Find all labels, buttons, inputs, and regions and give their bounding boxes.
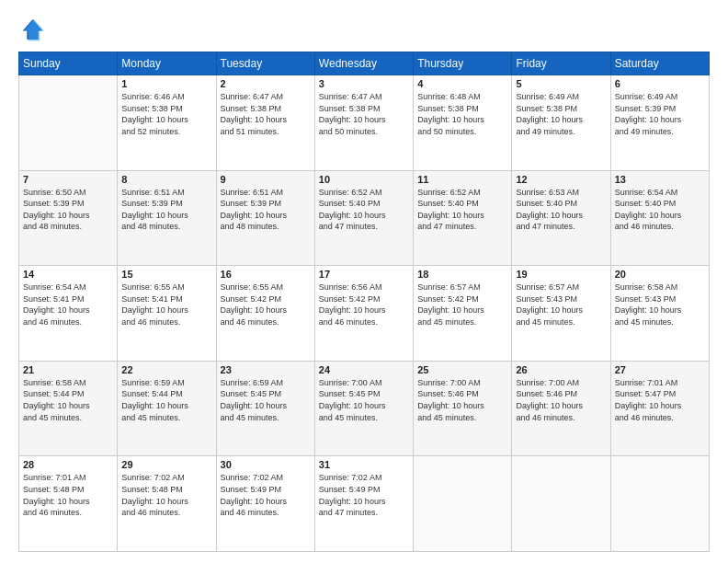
day-info: Sunrise: 7:00 AM Sunset: 5:45 PM Dayligh… (319, 377, 409, 423)
day-info: Sunrise: 7:00 AM Sunset: 5:46 PM Dayligh… (417, 377, 507, 423)
day-info: Sunrise: 6:53 AM Sunset: 5:40 PM Dayligh… (516, 187, 606, 233)
day-number: 6 (615, 78, 705, 89)
calendar-cell: 17Sunrise: 6:56 AM Sunset: 5:42 PM Dayli… (314, 266, 413, 362)
day-info: Sunrise: 7:02 AM Sunset: 5:49 PM Dayligh… (319, 472, 409, 518)
logo-icon (18, 17, 44, 42)
day-info: Sunrise: 7:00 AM Sunset: 5:46 PM Dayligh… (516, 377, 606, 423)
day-number: 11 (417, 174, 507, 185)
day-info: Sunrise: 6:57 AM Sunset: 5:42 PM Dayligh… (417, 282, 507, 327)
calendar-week-row: 7Sunrise: 6:50 AM Sunset: 5:39 PM Daylig… (19, 170, 710, 266)
day-info: Sunrise: 6:55 AM Sunset: 5:42 PM Dayligh… (221, 282, 311, 327)
calendar-week-row: 14Sunrise: 6:54 AM Sunset: 5:41 PM Dayli… (19, 266, 710, 362)
calendar-week-row: 1Sunrise: 6:46 AM Sunset: 5:38 PM Daylig… (19, 75, 710, 171)
day-number: 28 (23, 459, 113, 470)
day-number: 31 (319, 459, 409, 470)
weekday-header-friday: Friday (512, 52, 610, 75)
day-number: 29 (121, 459, 211, 470)
calendar-cell (414, 456, 512, 552)
day-info: Sunrise: 6:50 AM Sunset: 5:39 PM Dayligh… (23, 187, 113, 233)
weekday-header-saturday: Saturday (610, 52, 709, 75)
day-number: 17 (319, 269, 409, 280)
calendar-cell (610, 456, 709, 552)
calendar-cell: 22Sunrise: 6:59 AM Sunset: 5:44 PM Dayli… (118, 361, 216, 456)
calendar-cell: 23Sunrise: 6:59 AM Sunset: 5:45 PM Dayli… (216, 361, 314, 456)
header (18, 17, 710, 42)
day-info: Sunrise: 6:52 AM Sunset: 5:40 PM Dayligh… (417, 187, 507, 233)
weekday-header-sunday: Sunday (19, 52, 118, 75)
calendar-week-row: 21Sunrise: 6:58 AM Sunset: 5:44 PM Dayli… (19, 361, 710, 456)
day-number: 14 (23, 269, 113, 280)
calendar-cell: 4Sunrise: 6:48 AM Sunset: 5:38 PM Daylig… (414, 75, 512, 171)
day-number: 19 (516, 269, 606, 280)
calendar-cell: 28Sunrise: 7:01 AM Sunset: 5:48 PM Dayli… (19, 456, 118, 552)
day-info: Sunrise: 6:54 AM Sunset: 5:41 PM Dayligh… (23, 282, 113, 327)
day-info: Sunrise: 6:55 AM Sunset: 5:41 PM Dayligh… (121, 282, 211, 327)
calendar-cell: 25Sunrise: 7:00 AM Sunset: 5:46 PM Dayli… (414, 361, 512, 456)
calendar-cell: 5Sunrise: 6:49 AM Sunset: 5:38 PM Daylig… (512, 75, 610, 171)
calendar-cell: 24Sunrise: 7:00 AM Sunset: 5:45 PM Dayli… (314, 361, 413, 456)
day-number: 2 (221, 78, 311, 89)
day-info: Sunrise: 6:46 AM Sunset: 5:38 PM Dayligh… (121, 91, 211, 137)
day-number: 9 (221, 174, 311, 185)
weekday-header-wednesday: Wednesday (314, 52, 413, 75)
day-info: Sunrise: 6:58 AM Sunset: 5:43 PM Dayligh… (615, 282, 705, 327)
calendar-cell: 20Sunrise: 6:58 AM Sunset: 5:43 PM Dayli… (610, 266, 709, 362)
day-number: 23 (221, 364, 311, 375)
calendar-cell: 1Sunrise: 6:46 AM Sunset: 5:38 PM Daylig… (118, 75, 216, 171)
calendar-cell: 19Sunrise: 6:57 AM Sunset: 5:43 PM Dayli… (512, 266, 610, 362)
weekday-header-thursday: Thursday (414, 52, 512, 75)
day-number: 22 (121, 364, 211, 375)
day-info: Sunrise: 6:59 AM Sunset: 5:45 PM Dayligh… (221, 377, 311, 423)
day-info: Sunrise: 7:02 AM Sunset: 5:49 PM Dayligh… (221, 472, 311, 518)
day-info: Sunrise: 6:47 AM Sunset: 5:38 PM Dayligh… (221, 91, 311, 137)
day-info: Sunrise: 6:52 AM Sunset: 5:40 PM Dayligh… (319, 187, 409, 233)
day-number: 13 (615, 174, 705, 185)
calendar-cell: 29Sunrise: 7:02 AM Sunset: 5:48 PM Dayli… (118, 456, 216, 552)
logo (18, 17, 48, 42)
calendar-cell: 13Sunrise: 6:54 AM Sunset: 5:40 PM Dayli… (610, 170, 709, 266)
day-info: Sunrise: 6:49 AM Sunset: 5:39 PM Dayligh… (615, 91, 705, 137)
day-number: 16 (221, 269, 311, 280)
day-number: 3 (319, 78, 409, 89)
day-number: 30 (221, 459, 311, 470)
day-number: 1 (121, 78, 211, 89)
calendar-cell: 18Sunrise: 6:57 AM Sunset: 5:42 PM Dayli… (414, 266, 512, 362)
day-number: 26 (516, 364, 606, 375)
day-info: Sunrise: 6:58 AM Sunset: 5:44 PM Dayligh… (23, 377, 113, 423)
day-number: 27 (615, 364, 705, 375)
weekday-header-tuesday: Tuesday (216, 52, 314, 75)
day-info: Sunrise: 7:02 AM Sunset: 5:48 PM Dayligh… (121, 472, 211, 518)
day-info: Sunrise: 6:54 AM Sunset: 5:40 PM Dayligh… (615, 187, 705, 233)
day-number: 10 (319, 174, 409, 185)
calendar-cell: 11Sunrise: 6:52 AM Sunset: 5:40 PM Dayli… (414, 170, 512, 266)
day-info: Sunrise: 6:49 AM Sunset: 5:38 PM Dayligh… (516, 91, 606, 137)
day-info: Sunrise: 6:48 AM Sunset: 5:38 PM Dayligh… (417, 91, 507, 137)
day-number: 25 (417, 364, 507, 375)
day-number: 5 (516, 78, 606, 89)
calendar-week-row: 28Sunrise: 7:01 AM Sunset: 5:48 PM Dayli… (19, 456, 710, 552)
calendar-cell: 2Sunrise: 6:47 AM Sunset: 5:38 PM Daylig… (216, 75, 314, 171)
calendar-cell: 21Sunrise: 6:58 AM Sunset: 5:44 PM Dayli… (19, 361, 118, 456)
day-number: 20 (615, 269, 705, 280)
calendar-cell (512, 456, 610, 552)
day-info: Sunrise: 7:01 AM Sunset: 5:48 PM Dayligh… (23, 472, 113, 518)
day-number: 21 (23, 364, 113, 375)
calendar-cell: 8Sunrise: 6:51 AM Sunset: 5:39 PM Daylig… (118, 170, 216, 266)
day-info: Sunrise: 7:01 AM Sunset: 5:47 PM Dayligh… (615, 377, 705, 423)
day-info: Sunrise: 6:51 AM Sunset: 5:39 PM Dayligh… (121, 187, 211, 233)
calendar-cell: 12Sunrise: 6:53 AM Sunset: 5:40 PM Dayli… (512, 170, 610, 266)
calendar-cell: 3Sunrise: 6:47 AM Sunset: 5:38 PM Daylig… (314, 75, 413, 171)
calendar-cell: 7Sunrise: 6:50 AM Sunset: 5:39 PM Daylig… (19, 170, 118, 266)
day-number: 18 (417, 269, 507, 280)
page: SundayMondayTuesdayWednesdayThursdayFrid… (0, 0, 728, 563)
day-number: 4 (417, 78, 507, 89)
day-info: Sunrise: 6:59 AM Sunset: 5:44 PM Dayligh… (121, 377, 211, 423)
calendar-cell (19, 75, 118, 171)
day-number: 15 (121, 269, 211, 280)
day-info: Sunrise: 6:51 AM Sunset: 5:39 PM Dayligh… (221, 187, 311, 233)
day-info: Sunrise: 6:57 AM Sunset: 5:43 PM Dayligh… (516, 282, 606, 327)
day-number: 12 (516, 174, 606, 185)
calendar-table: SundayMondayTuesdayWednesdayThursdayFrid… (18, 52, 710, 552)
calendar-cell: 6Sunrise: 6:49 AM Sunset: 5:39 PM Daylig… (610, 75, 709, 171)
calendar-cell: 30Sunrise: 7:02 AM Sunset: 5:49 PM Dayli… (216, 456, 314, 552)
